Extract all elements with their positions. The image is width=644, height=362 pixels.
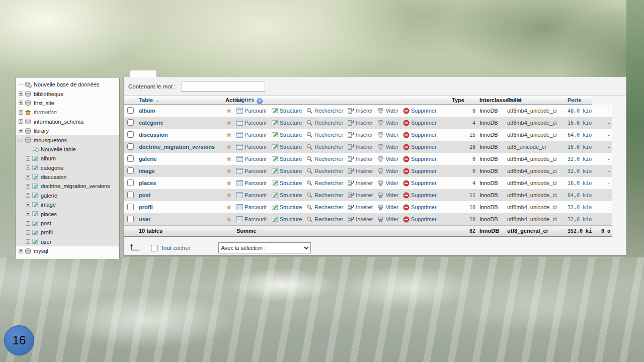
favorite-star-icon[interactable]: ★ [226,179,232,187]
tree-item-label[interactable]: user [41,239,51,245]
action-drop-link[interactable]: Supprimer [403,204,437,211]
row-checkbox[interactable] [127,143,134,150]
tree-expand-icon[interactable]: + [19,249,23,253]
tree-item-label[interactable]: discussion [41,174,66,180]
tree-item-label[interactable]: first_site [34,100,54,106]
action-structure-link[interactable]: Structure [272,108,302,114]
row-checkbox[interactable] [127,167,134,174]
tree-expand-icon[interactable]: + [19,119,23,124]
table-name-link[interactable]: post [139,192,150,198]
action-structure-link[interactable]: Structure [272,204,302,211]
check-all-checkbox[interactable] [151,245,157,251]
tree-item-label[interactable]: Nouvelle base de données [34,81,99,87]
tree-expand-icon[interactable]: + [26,239,30,244]
action-insert-link[interactable]: Insérer [348,168,373,174]
action-empty-link[interactable]: Vider [377,192,398,199]
action-structure-link[interactable]: Structure [272,192,302,199]
table-name-link[interactable]: discussion [139,132,168,138]
tree-item-label[interactable]: categorie [41,165,63,171]
action-structure-link[interactable]: Structure [272,120,302,126]
table-name-link[interactable]: image [139,168,155,174]
favorite-star-icon[interactable]: ★ [226,143,232,151]
favorite-star-icon[interactable]: ★ [226,167,232,175]
action-drop-link[interactable]: Supprimer [403,144,437,150]
action-empty-link[interactable]: Vider [377,132,398,138]
action-insert-link[interactable]: Insérer [348,144,373,150]
row-checkbox[interactable] [127,179,134,186]
action-insert-link[interactable]: Insérer [348,192,373,199]
favorite-star-icon[interactable]: ★ [226,215,232,223]
action-search-link[interactable]: Rechercher [306,192,343,199]
action-browse-link[interactable]: Parcourir [236,132,267,138]
action-browse-link[interactable]: Parcourir [236,156,267,162]
tree-item-label[interactable]: mousquetons [34,137,67,143]
action-structure-link[interactable]: Structure [272,144,302,150]
row-checkbox[interactable] [127,204,134,210]
action-structure-link[interactable]: Structure [272,180,302,187]
cropped-tab-button[interactable] [130,70,157,77]
action-empty-link[interactable]: Vider [377,168,398,174]
tree-expand-icon[interactable]: + [19,110,23,115]
favorite-star-icon[interactable]: ★ [226,131,232,139]
action-empty-link[interactable]: Vider [377,204,398,211]
action-insert-link[interactable]: Insérer [348,120,373,126]
tree-expand-icon[interactable]: + [19,129,23,133]
tree-expand-icon[interactable]: + [26,156,30,161]
action-search-link[interactable]: Rechercher [306,168,343,174]
action-empty-link[interactable]: Vider [377,216,398,223]
header-perte[interactable]: Perte [566,96,592,105]
action-empty-link[interactable]: Vider [377,156,398,162]
action-drop-link[interactable]: Supprimer [403,180,437,187]
tree-item-label[interactable]: information_schema [34,119,84,125]
row-checkbox[interactable] [127,155,134,162]
tree-expand-icon[interactable]: + [26,221,30,226]
table-name-link[interactable]: places [139,180,156,186]
tree-item-label[interactable]: mysql [34,248,48,254]
action-browse-link[interactable]: Parcourir [236,168,267,174]
table-name-link[interactable]: album [139,108,155,114]
action-search-link[interactable]: Rechercher [306,108,343,114]
tree-expand-icon[interactable]: + [26,184,30,189]
favorite-star-icon[interactable]: ★ [226,191,232,199]
tree-expand-icon[interactable]: + [26,175,30,179]
table-name-link[interactable]: doctrine_migration_versions [139,144,215,150]
action-browse-link[interactable]: Parcourir [236,216,267,223]
tree-expand-icon[interactable]: + [19,101,23,105]
favorite-star-icon[interactable]: ★ [226,203,232,211]
tree-item-label[interactable]: galerie [41,193,57,199]
action-drop-link[interactable]: Supprimer [403,120,437,126]
header-table[interactable]: Table▲ [137,96,223,105]
action-drop-link[interactable]: Supprimer [403,132,437,138]
action-structure-link[interactable]: Structure [272,168,302,174]
action-empty-link[interactable]: Vider [377,180,398,187]
tree-item-label[interactable]: image [41,202,56,208]
action-drop-link[interactable]: Supprimer [403,168,437,174]
favorite-star-icon[interactable]: ★ [226,155,232,163]
filter-word-input[interactable] [182,81,265,92]
tree-item-label[interactable]: bibliotheque [34,91,63,97]
action-structure-link[interactable]: Structure [272,132,302,138]
action-insert-link[interactable]: Insérer [348,180,373,187]
tree-item-label[interactable]: post [41,220,51,226]
tree-item-label[interactable]: album [41,155,56,161]
row-checkbox[interactable] [127,119,134,126]
action-browse-link[interactable]: Parcourir [236,120,267,126]
action-structure-link[interactable]: Structure [272,156,302,162]
table-name-link[interactable]: user [139,216,150,222]
action-browse-link[interactable]: Parcourir [236,204,267,211]
action-structure-link[interactable]: Structure [272,216,302,223]
action-search-link[interactable]: Rechercher [306,156,343,162]
action-search-link[interactable]: Rechercher [306,180,343,187]
row-checkbox[interactable] [127,192,134,198]
tree-item-label[interactable]: places [41,211,57,217]
action-browse-link[interactable]: Parcourir [236,144,267,150]
tree-expand-icon[interactable]: + [26,212,30,216]
tree-expand-icon[interactable]: + [19,92,23,96]
favorite-star-icon[interactable]: ★ [226,119,232,127]
favorite-star-icon[interactable]: ★ [226,107,232,115]
tree-item-label[interactable]: formation [34,109,57,115]
tree-expand-icon[interactable]: + [26,165,30,170]
action-drop-link[interactable]: Supprimer [403,192,437,199]
tree-item-label[interactable]: doctrine_migration_versions [41,183,110,189]
check-all-label[interactable]: Tout cocher [160,245,190,251]
